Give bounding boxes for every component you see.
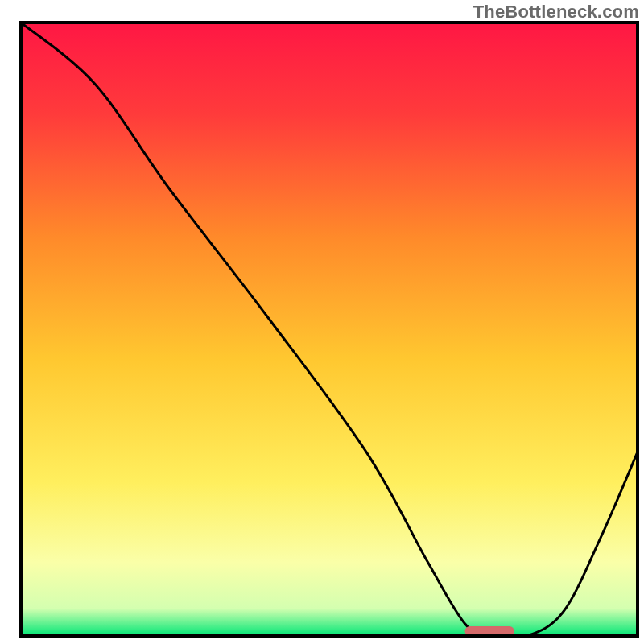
bottleneck-chart: TheBottleneck.com [0,0,644,644]
chart-svg [0,0,644,644]
watermark-text: TheBottleneck.com [473,2,639,23]
gradient-background [21,23,638,636]
